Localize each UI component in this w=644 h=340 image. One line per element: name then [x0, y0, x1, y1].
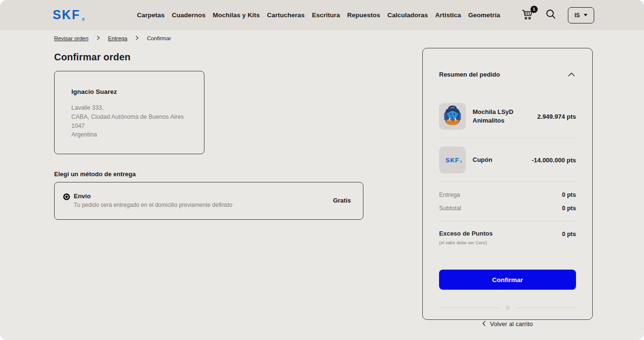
caret-down-icon: [584, 14, 588, 16]
delivery-method-heading: Elegí un método de entrega: [54, 170, 370, 178]
summary-title: Resumen del pedido: [439, 71, 500, 78]
total-value: 0 pts: [562, 205, 576, 212]
list-item: Mochila LSyD Animalitos 2.949.974 pts: [439, 103, 576, 130]
order-summary-card: Resumen del pedido: [422, 48, 593, 320]
skf-logo-text: SKF: [53, 7, 80, 22]
excess-points-value: 0 pts: [562, 231, 576, 238]
account-menu-button[interactable]: IS: [568, 7, 594, 23]
delivery-option-description: Tu pedido será entregado en el domicilio…: [74, 202, 232, 208]
nav-item-repuestos[interactable]: Repuestos: [347, 11, 380, 19]
divider-line: [439, 307, 500, 308]
chevron-right-icon: [136, 35, 139, 41]
nav-item-artistica[interactable]: Artística: [435, 11, 461, 19]
chevron-up-icon: [568, 71, 575, 78]
shipping-address-card: Ignacio Suarez Lavalle 333, CABA, Ciudad…: [54, 71, 204, 154]
total-value: 0 pts: [562, 192, 576, 198]
coupon-thumbnail-skf: SKF®: [439, 147, 466, 173]
checkout-page: SKF® Carpetas Cuadernos Mochilas y Kits …: [0, 0, 644, 340]
nav-item-geometria[interactable]: Geometría: [468, 11, 500, 19]
decorative-divider: [439, 306, 576, 309]
nav-item-escritura[interactable]: Escritura: [312, 11, 340, 19]
item-points: -14.000.000 pts: [531, 157, 576, 164]
breadcrumb-revisar-orden[interactable]: Revisar orden: [54, 35, 89, 41]
total-label: Entrega: [439, 192, 460, 198]
cart-button[interactable]: 1: [521, 9, 534, 22]
product-thumbnail-backpack: [439, 103, 466, 130]
total-row-entrega: Entrega 0 pts: [439, 192, 576, 198]
back-to-cart-label: Volver al carrito: [490, 320, 533, 328]
backpack-image: [443, 104, 462, 128]
summary-header: Resumen del pedido: [439, 70, 576, 79]
collapse-summary-button[interactable]: [567, 70, 576, 79]
delivery-option-text: Envío Tu pedido será entregado en el dom…: [74, 193, 232, 208]
header-actions: 1 IS: [521, 7, 594, 23]
item-name: Cupón: [473, 156, 526, 164]
page-title: Confirmar orden: [54, 52, 370, 63]
registered-mark: ®: [82, 17, 85, 22]
total-row-subtotal: Subtotal 0 pts: [439, 205, 576, 212]
summary-totals: Entrega 0 pts Subtotal 0 pts Exceso de P…: [439, 192, 576, 245]
address-line-city: CABA, Ciudad Autónoma de Buenos Aires: [71, 113, 190, 122]
nav-item-calculadoras[interactable]: Calculadoras: [387, 11, 428, 19]
breadcrumb-confirmar: Confirmar: [147, 35, 171, 41]
address-line-zip: 1047: [71, 122, 190, 131]
breadcrumb-entrega[interactable]: Entrega: [108, 35, 127, 41]
search-icon[interactable]: [545, 9, 556, 22]
divider-dot: [506, 306, 509, 309]
address-lines: Lavalle 333, CABA, Ciudad Autónoma de Bu…: [71, 103, 190, 139]
excess-points-text: Exceso de Puntos (el valor debe ser Cero…: [439, 230, 493, 245]
main-content: Revisar orden Entrega Confirmar Confirma…: [54, 35, 370, 220]
address-line-street: Lavalle 333,: [71, 103, 190, 113]
nav-item-cuadernos[interactable]: Cuadernos: [172, 11, 206, 19]
account-initials: IS: [575, 12, 580, 19]
cart-icon: [521, 13, 534, 22]
divider: [439, 221, 576, 221]
delivery-option-envio[interactable]: Envío Tu pedido será entregado en el dom…: [54, 182, 363, 220]
excess-points-note: (el valor debe ser Cero): [439, 240, 493, 245]
divider: [439, 181, 576, 182]
excess-points-row: Exceso de Puntos (el valor debe ser Cero…: [439, 230, 576, 245]
address-name: Ignacio Suarez: [71, 88, 190, 95]
excess-points-label: Exceso de Puntos: [439, 230, 493, 237]
nav-item-mochilas-y-kits[interactable]: Mochilas y Kits: [213, 11, 260, 19]
item-points: 2.949.974 pts: [537, 113, 576, 120]
back-to-cart-link[interactable]: Volver al carrito: [439, 320, 576, 328]
item-name: Mochila LSyD Animalitos: [473, 108, 526, 125]
confirm-button[interactable]: Confirmar: [439, 270, 576, 290]
divider: [439, 138, 576, 138]
radio-selected-icon[interactable]: [63, 193, 70, 200]
chevron-right-icon: [97, 35, 100, 41]
header: SKF® Carpetas Cuadernos Mochilas y Kits …: [0, 0, 644, 30]
list-item: SKF® Cupón -14.000.000 pts: [439, 147, 576, 173]
nav-item-carpetas[interactable]: Carpetas: [137, 11, 165, 19]
delivery-option-label: Envío: [74, 193, 232, 200]
address-line-country: Argentina: [71, 130, 190, 139]
breadcrumb: Revisar orden Entrega Confirmar: [54, 35, 370, 41]
summary-items: Mochila LSyD Animalitos 2.949.974 pts SK…: [439, 103, 576, 182]
main-nav: Carpetas Cuadernos Mochilas y Kits Cartu…: [137, 11, 500, 19]
divider-line: [515, 307, 576, 308]
chevron-left-icon: [482, 320, 486, 328]
cart-badge: 1: [531, 6, 538, 13]
total-label: Subtotal: [439, 205, 461, 212]
nav-item-cartucheras[interactable]: Cartucheras: [267, 11, 305, 19]
delivery-option-price: Gratis: [333, 197, 351, 204]
skf-logo[interactable]: SKF®: [53, 7, 80, 23]
skf-logo-small: SKF®: [446, 157, 460, 164]
